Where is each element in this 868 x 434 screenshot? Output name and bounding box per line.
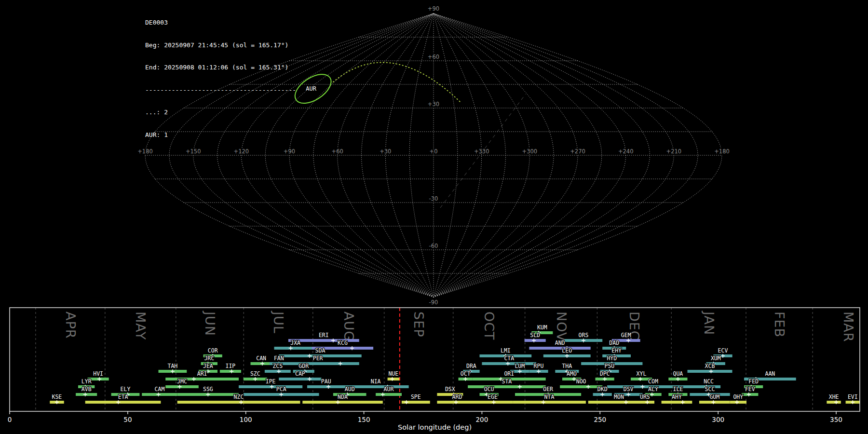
shower-label-ege: EGE — [488, 393, 498, 400]
shower-label-fan: FAN — [274, 355, 284, 362]
shower-label-lyr: LYR — [81, 378, 92, 385]
x-tick-label: 200 — [476, 416, 488, 423]
shower-label-sld: SLD — [530, 332, 540, 339]
separator-line: ---------------------------------------- — [145, 86, 296, 94]
shower-label-kse: KSE — [52, 393, 62, 400]
shower-label-nta: NTA — [544, 393, 555, 400]
map-longitude-label: +300 — [522, 148, 538, 155]
shower-label-nia: NIA — [371, 378, 381, 385]
x-tick-label: 100 — [240, 416, 252, 423]
shower-bar-cap — [279, 378, 321, 380]
x-tick-label: 250 — [594, 416, 606, 423]
shower-label-cta: CTA — [504, 355, 514, 362]
x-tick-label: 350 — [830, 416, 842, 423]
shower-label-lmi: LMI — [501, 347, 511, 354]
shower-label-pca: PCA — [276, 386, 286, 393]
map-meridian — [434, 14, 722, 297]
observation-end: End: 20250908 01:12:06 (sol = 165.31°) — [145, 64, 296, 71]
shower-label-eta: ETA — [118, 393, 128, 400]
shower-label-oer: OER — [543, 386, 553, 393]
shower-label-iip: IIP — [226, 363, 236, 369]
shower-label-kcg: KCG — [338, 339, 348, 346]
x-tick-label: 50 — [123, 416, 132, 423]
shower-label-ehy: EHY — [611, 347, 622, 354]
shower-bar-ari — [165, 378, 239, 380]
shower-label-ecv: ECV — [718, 347, 728, 354]
month-label: MAY — [133, 312, 148, 340]
map-latitude-label: +30 — [428, 101, 439, 108]
shower-label-dpc: DPC — [600, 370, 610, 377]
map-latitude-label: +60 — [428, 54, 439, 60]
shower-bar-aur — [376, 393, 402, 396]
shower-label-fev: FEV — [745, 386, 755, 393]
shower-label-ors: ORS — [579, 332, 589, 339]
map-latitude-label: -60 — [429, 243, 438, 249]
shower-label-per: PER — [313, 355, 323, 362]
shower-label-com: COM — [648, 378, 658, 385]
shower-label-ohy: OHY — [733, 393, 743, 400]
month-label: AUG — [341, 312, 356, 341]
shower-label-zcs: ZCS — [272, 363, 283, 369]
shower-label-dad: DAD — [609, 339, 619, 346]
shower-label-xcb: XCB — [705, 363, 715, 369]
map-latitude-label: +90 — [428, 5, 439, 12]
shower-label-dsv: DSV — [624, 386, 634, 393]
shower-label-rpu: RPU — [534, 363, 544, 369]
shower-label-tha: THA — [562, 363, 572, 369]
shower-bar-jxa — [274, 347, 317, 350]
count-sporadic: ...: 2 — [145, 108, 296, 116]
map-longitude-label: +180 — [714, 148, 730, 155]
shower-label-cor: COR — [208, 347, 218, 354]
month-label: JUL — [271, 311, 286, 334]
shower-label-xum: XUM — [711, 355, 721, 362]
shower-label-aly: ALY — [648, 386, 658, 393]
shower-label-ncc: NCC — [704, 378, 714, 385]
shower-bar-jmc — [165, 385, 199, 388]
shower-label-mon: MON — [614, 393, 624, 400]
shower-label-qua: QUA — [673, 370, 683, 377]
shower-label-aan: AAN — [765, 370, 775, 377]
observation-info-panel: DE0003 Beg: 20250907 21:45:45 (sol = 165… — [145, 4, 296, 153]
shower-bar-nda — [302, 401, 383, 404]
shower-label-spe: SPE — [411, 393, 421, 400]
shower-bar-nta — [513, 401, 586, 404]
month-label: SEP — [411, 312, 426, 337]
shower-label-psu: PSU — [605, 363, 615, 369]
shower-label-scc: SCC — [705, 386, 715, 393]
shower-label-nue: NUE — [388, 370, 398, 377]
month-label: FEB — [772, 312, 787, 338]
shower-bar-sta — [468, 385, 546, 388]
station-id: DE0003 — [145, 19, 296, 27]
shower-label-jmc: JMC — [177, 378, 187, 385]
shower-label-aur: AUR — [384, 386, 394, 393]
shower-label-oct: OCT — [461, 370, 471, 377]
shower-label-ard: ARD — [452, 393, 462, 400]
map-longitude-label: +240 — [618, 148, 634, 155]
shower-label-szc: SZC — [250, 370, 260, 377]
shower-label-ely: ELY — [121, 386, 131, 393]
shower-bar-ahy — [662, 401, 692, 404]
shower-label-jea: JEA — [203, 363, 213, 369]
shower-label-xhe: XHE — [829, 393, 839, 400]
map-longitude-label: +210 — [666, 148, 682, 155]
shower-bar-nzc — [177, 401, 300, 404]
shower-bar-and — [529, 347, 590, 350]
shower-bar-noo — [560, 385, 602, 388]
shower-label-hyd: HYD — [607, 355, 617, 362]
shower-label-gem: GEM — [621, 332, 631, 339]
radiant-drift-arc — [333, 62, 460, 102]
map-longitude-label: +60 — [332, 148, 343, 155]
shower-bar-per — [276, 362, 359, 365]
shower-label-ahy: AHY — [672, 393, 682, 400]
month-label: MAR — [841, 312, 856, 342]
shower-label-and: AND — [555, 339, 565, 346]
month-label: APR — [63, 312, 78, 339]
shower-label-jrc: JRC — [204, 355, 214, 362]
shower-label-urs: URS — [640, 393, 650, 400]
month-label: NOV — [554, 312, 569, 341]
shower-label-dsx: DSX — [445, 386, 455, 393]
shower-label-dkd: DKD — [597, 386, 608, 393]
shower-label-dra: DRA — [466, 363, 476, 369]
map-latitude-label: -90 — [429, 299, 438, 306]
shower-bar-eta — [85, 401, 161, 404]
